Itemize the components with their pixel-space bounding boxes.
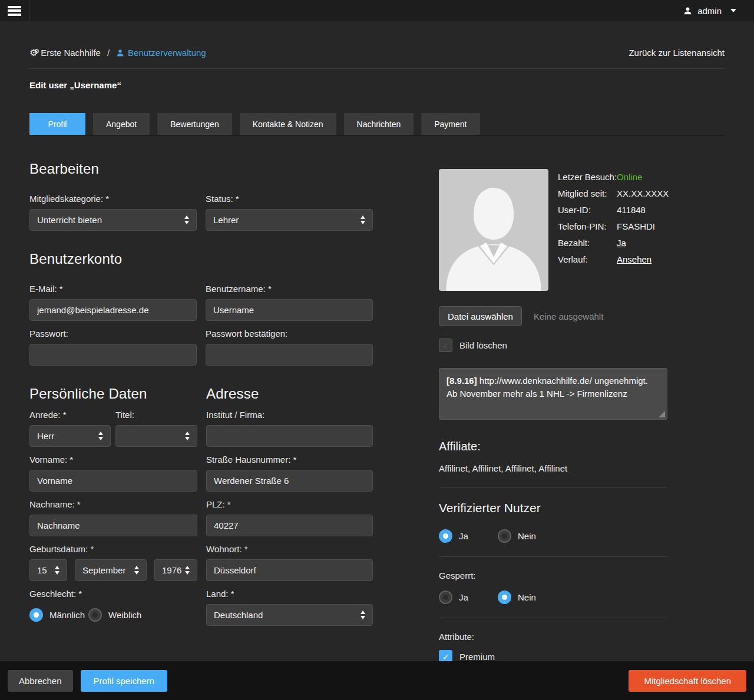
- wohnort-label: Wohnort: *: [206, 544, 373, 554]
- status-select[interactable]: Lehrer: [206, 209, 373, 231]
- email-label: E-Mail: *: [29, 284, 197, 294]
- info-label: Verlauf:: [558, 254, 617, 266]
- info-label: User-ID:: [558, 204, 617, 216]
- verified-radio-ja[interactable]: Ja: [439, 529, 498, 543]
- menu-button[interactable]: [0, 0, 29, 21]
- tab-angebot[interactable]: Angebot: [93, 113, 150, 135]
- radio-selected-icon: [498, 590, 511, 604]
- anrede-select[interactable]: Herr: [29, 425, 111, 447]
- mitgliedskategorie-label: Mitgliedskategorie: *: [29, 194, 197, 204]
- save-profile-button[interactable]: Profil speichern: [81, 670, 167, 692]
- info-value: 411848: [617, 204, 646, 216]
- nachname-label: Nachname: *: [29, 499, 197, 509]
- radio-unselected-icon: [439, 590, 452, 604]
- info-label: Telefon-PIN:: [558, 221, 617, 233]
- info-row-mitglied-seit: Mitglied seit: XX.XX.XXXX: [558, 188, 669, 200]
- note-line-1: [8.9.16] http://www.denknachhilfe.de/ un…: [447, 374, 660, 387]
- page-content: ⚙⚙ Erste Nachhilfe / Benutzerverwaltung …: [0, 21, 754, 700]
- back-to-list-link[interactable]: Zurück zur Listenansicht: [629, 48, 725, 58]
- verified-radio-nein[interactable]: Nein: [498, 529, 557, 543]
- tab-bewertungen[interactable]: Bewertungen: [157, 113, 232, 135]
- benutzername-input[interactable]: [206, 299, 373, 321]
- field-strasse: Straße Hausnummer: *: [206, 454, 373, 492]
- vorname-input[interactable]: [29, 470, 197, 492]
- land-select[interactable]: Deutschland: [206, 604, 373, 626]
- breadcrumb-section-label: Benutzerverwaltung: [128, 48, 206, 58]
- institut-input[interactable]: [206, 425, 373, 447]
- email-input[interactable]: [29, 299, 197, 321]
- edit-form: Bearbeiten Mitgliedskategorie: * Unterri…: [29, 161, 373, 683]
- profile-panel: Letzer Besuch: Online Mitglied seit: XX.…: [439, 161, 667, 683]
- top-bar: admin: [0, 0, 754, 21]
- select-value: 15: [37, 565, 47, 575]
- gesperrt-radio-nein[interactable]: Nein: [498, 590, 557, 604]
- titel-select[interactable]: [115, 425, 197, 447]
- tab-profil[interactable]: Profil: [29, 113, 85, 135]
- geburtsjahr-select[interactable]: 1976: [154, 559, 197, 581]
- admin-notes-textarea[interactable]: [8.9.16] http://www.denknachhilfe.de/ un…: [439, 368, 667, 420]
- file-upload-button[interactable]: Datei auswählen: [439, 306, 522, 326]
- select-arrows-icon: [184, 215, 189, 224]
- resize-handle[interactable]: [659, 411, 665, 417]
- geburtsmonat-select[interactable]: September: [75, 559, 147, 581]
- titel-label: Titel:: [115, 410, 197, 420]
- breadcrumb: ⚙⚙ Erste Nachhilfe / Benutzerverwaltung …: [29, 21, 725, 69]
- radio-unselected-icon: [88, 608, 102, 622]
- breadcrumb-section-link[interactable]: Benutzerverwaltung: [116, 48, 206, 58]
- info-label: Bezahlt:: [558, 237, 617, 249]
- field-geburtsdatum: Geburtsdatum: * 15 September 1976: [29, 544, 197, 581]
- institut-label: Institut / Firma:: [206, 410, 373, 420]
- file-status-text: Keine ausgewählt: [534, 311, 603, 321]
- action-bar: Abbrechen Profil speichern Mitgliedschaf…: [0, 661, 754, 700]
- bezahlt-link[interactable]: Ja: [617, 237, 626, 249]
- avatar-placeholder-image: [439, 169, 548, 291]
- user-menu[interactable]: admin: [683, 6, 754, 16]
- geburtstag-select[interactable]: 15: [29, 559, 67, 581]
- select-arrows-icon: [98, 432, 103, 440]
- passwort-bestaetigen-label: Passwort bestätigen:: [206, 329, 373, 339]
- verlauf-ansehen-link[interactable]: Ansehen: [617, 254, 652, 266]
- field-plz: PLZ: *: [206, 499, 373, 536]
- select-arrows-icon: [361, 611, 365, 619]
- user-icon: [683, 6, 692, 15]
- wohnort-input[interactable]: [206, 559, 373, 581]
- tab-nachrichten[interactable]: Nachrichten: [344, 113, 414, 135]
- attribute-heading: Attribute:: [439, 632, 667, 642]
- section-heading-benutzerkonto: Benutzerkonto: [29, 251, 373, 267]
- info-row-verlauf: Verlauf: Ansehen: [558, 254, 669, 266]
- tab-kontakte-notizen[interactable]: Kontakte & Notizen: [240, 113, 336, 135]
- note-date: [8.9.16]: [447, 376, 477, 386]
- affiliate-heading: Affiliate:: [439, 440, 667, 453]
- field-nachname: Nachname: *: [29, 499, 197, 536]
- geschlecht-label: Geschlecht: *: [29, 589, 197, 599]
- radio-weiblich[interactable]: Weiblich: [88, 608, 147, 622]
- field-anrede: Anrede: * Herr: [29, 410, 111, 447]
- select-arrows-icon: [134, 566, 139, 575]
- field-passwort-bestaetigen: Passwort bestätigen:: [206, 329, 373, 366]
- select-value: Unterricht bieten: [37, 215, 102, 225]
- strasse-input[interactable]: [206, 470, 373, 492]
- passwort-input[interactable]: [29, 344, 197, 366]
- radio-unselected-icon: [498, 529, 511, 543]
- cancel-button[interactable]: Abbrechen: [8, 670, 73, 692]
- geburtsdatum-label: Geburtsdatum: *: [29, 544, 197, 554]
- delete-membership-button[interactable]: Mitgliedschaft löschen: [629, 670, 746, 692]
- plz-input[interactable]: [206, 515, 373, 536]
- mitgliedskategorie-select[interactable]: Unterricht bieten: [29, 209, 197, 231]
- tab-payment[interactable]: Payment: [421, 113, 479, 135]
- radio-maennlich[interactable]: Männlich: [29, 608, 88, 622]
- select-value: Lehrer: [213, 215, 239, 225]
- breadcrumb-app[interactable]: Erste Nachhilfe: [41, 48, 101, 58]
- nachname-input[interactable]: [29, 515, 197, 536]
- land-label: Land: *: [206, 589, 373, 599]
- bild-loeschen-checkbox-row[interactable]: ✓ Bild löschen: [439, 339, 667, 352]
- radio-label: Nein: [518, 531, 536, 541]
- gesperrt-radio-ja[interactable]: Ja: [439, 590, 498, 604]
- divider: [439, 487, 667, 487]
- tab-bar: Profil Angebot Bewertungen Kontakte & No…: [29, 113, 725, 136]
- passwort-bestaetigen-input[interactable]: [206, 344, 373, 366]
- field-mitgliedskategorie: Mitgliedskategorie: * Unterricht bieten: [29, 194, 197, 231]
- section-heading-bearbeiten: Bearbeiten: [29, 161, 373, 177]
- strasse-label: Straße Hausnummer: *: [206, 454, 373, 465]
- breadcrumb-separator: /: [106, 48, 111, 58]
